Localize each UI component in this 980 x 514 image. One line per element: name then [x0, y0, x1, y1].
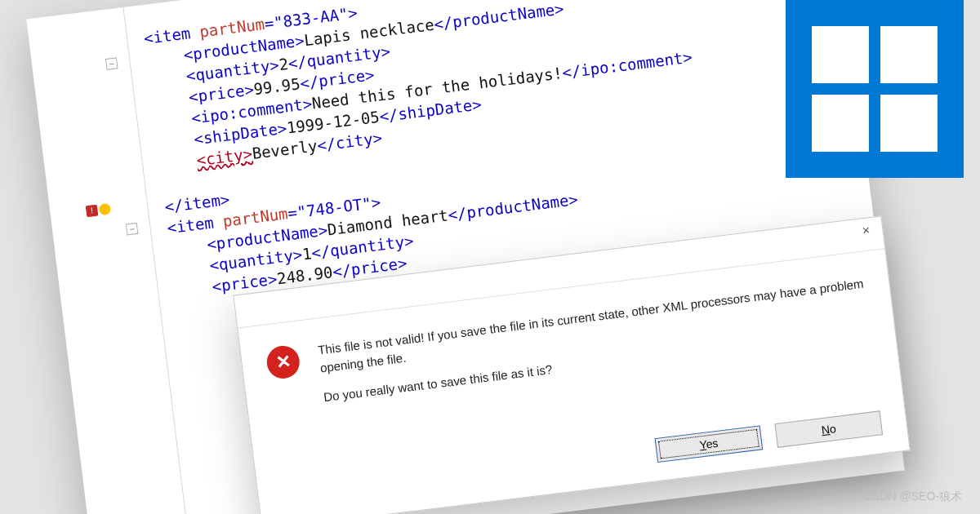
close-icon[interactable]: × — [853, 222, 879, 244]
no-button[interactable]: No — [774, 410, 883, 448]
windows-logo-icon — [786, 0, 964, 178]
error-icon: ✕ — [265, 344, 301, 381]
fold-toggle-icon[interactable]: − — [105, 57, 118, 70]
lightbulb-icon[interactable] — [99, 203, 112, 216]
error-marker-icon[interactable]: ! — [86, 205, 99, 218]
fold-toggle-icon[interactable]: − — [126, 223, 139, 236]
yes-button[interactable]: Yes — [655, 425, 764, 463]
watermark-text: CSDN @SEO-狼术 — [864, 490, 962, 504]
